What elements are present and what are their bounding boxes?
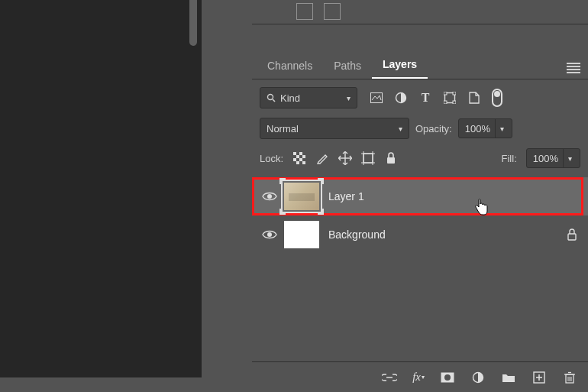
layers-list: Layer 1 Background [252, 176, 588, 254]
svg-point-27 [267, 232, 272, 237]
svg-rect-5 [444, 92, 447, 95]
filter-kind-select[interactable]: Kind ▾ [260, 87, 357, 109]
layer-filter-row: Kind ▾ T [252, 79, 588, 113]
lock-position-icon[interactable] [338, 151, 352, 165]
visibility-toggle-icon[interactable] [260, 229, 279, 240]
fill-label: Fill: [502, 153, 517, 164]
chevron-down-icon: ▾ [347, 94, 351, 102]
search-icon [267, 93, 276, 102]
panel-tab-bar: Channels Paths Layers [252, 53, 588, 79]
panel-menu-icon[interactable] [567, 61, 580, 72]
lock-fill-row: Lock: Fill: 1 [252, 144, 588, 176]
layer-name[interactable]: Layer 1 [328, 190, 364, 202]
layers-panel-footer: fx▾ [252, 361, 588, 392]
filter-adjustment-icon[interactable] [394, 91, 408, 105]
lock-transparency-icon[interactable] [292, 151, 306, 165]
layer-effects-icon[interactable]: fx▾ [412, 370, 425, 385]
layer-mask-icon[interactable] [440, 370, 455, 385]
lock-label: Lock: [260, 153, 283, 164]
link-layers-icon[interactable] [382, 370, 397, 385]
svg-rect-20 [363, 154, 373, 163]
svg-rect-13 [302, 155, 305, 158]
visibility-toggle-icon[interactable] [260, 191, 279, 202]
fill-value: 100% [533, 153, 558, 164]
lock-icon[interactable] [567, 228, 577, 241]
svg-rect-6 [453, 92, 456, 95]
tab-channels[interactable]: Channels [257, 53, 323, 79]
svg-rect-25 [387, 157, 395, 164]
new-layer-icon[interactable] [531, 370, 547, 385]
blend-opacity-row: Normal ▾ Opacity: 100% ▾ [252, 113, 588, 144]
svg-rect-12 [296, 155, 299, 158]
filter-shape-icon[interactable] [443, 91, 457, 105]
collapsed-panel-strip [252, 0, 588, 24]
delete-layer-icon[interactable] [562, 370, 577, 385]
filter-kind-label: Kind [280, 92, 342, 104]
chevron-down-icon: ▾ [495, 119, 509, 138]
filter-smartobject-icon[interactable] [467, 91, 481, 105]
layer-thumbnail[interactable] [284, 221, 319, 248]
filter-pixel-icon[interactable] [370, 91, 383, 105]
svg-rect-7 [444, 101, 447, 104]
opacity-value: 100% [465, 123, 490, 134]
svg-rect-11 [299, 152, 302, 155]
svg-rect-15 [299, 158, 302, 161]
lock-artboard-icon[interactable] [361, 151, 375, 165]
adjustment-layer-icon[interactable] [470, 370, 486, 385]
document-canvas[interactable] [0, 0, 202, 377]
tab-layers[interactable]: Layers [372, 52, 428, 79]
svg-rect-16 [296, 161, 299, 164]
svg-rect-14 [293, 158, 296, 161]
align-icon[interactable] [296, 3, 313, 20]
filter-type-icon[interactable]: T [418, 91, 432, 105]
svg-rect-8 [453, 101, 456, 104]
panel-gutter [202, 0, 252, 392]
layer-row[interactable]: Layer 1 [252, 177, 588, 215]
blend-mode-select[interactable]: Normal ▾ [260, 118, 409, 139]
new-group-icon[interactable] [501, 370, 516, 385]
tab-paths[interactable]: Paths [323, 53, 372, 79]
opacity-label: Opacity: [415, 123, 452, 134]
cursor-pointer-icon [473, 199, 489, 215]
align-icon[interactable] [324, 3, 341, 20]
chevron-down-icon: ▾ [563, 149, 577, 167]
svg-point-30 [444, 374, 451, 381]
blend-mode-value: Normal [267, 123, 299, 134]
svg-rect-10 [293, 152, 296, 155]
lock-all-icon[interactable] [384, 151, 398, 165]
svg-rect-17 [302, 161, 305, 164]
lock-pixels-icon[interactable] [315, 151, 329, 165]
opacity-input[interactable]: 100% ▾ [458, 118, 512, 138]
svg-rect-28 [568, 234, 576, 240]
layers-panel: Channels Paths Layers Kind ▾ T [252, 53, 588, 392]
svg-line-1 [273, 99, 275, 102]
canvas-scrollbar[interactable] [189, 0, 197, 46]
svg-point-26 [267, 194, 272, 199]
filter-toggle[interactable] [492, 89, 502, 107]
layer-name[interactable]: Background [328, 228, 386, 241]
layer-row[interactable]: Background [252, 215, 588, 254]
svg-point-0 [268, 95, 273, 100]
chevron-down-icon: ▾ [399, 125, 402, 133]
layer-thumbnail[interactable] [284, 183, 319, 210]
fill-input[interactable]: 100% ▾ [526, 148, 580, 168]
